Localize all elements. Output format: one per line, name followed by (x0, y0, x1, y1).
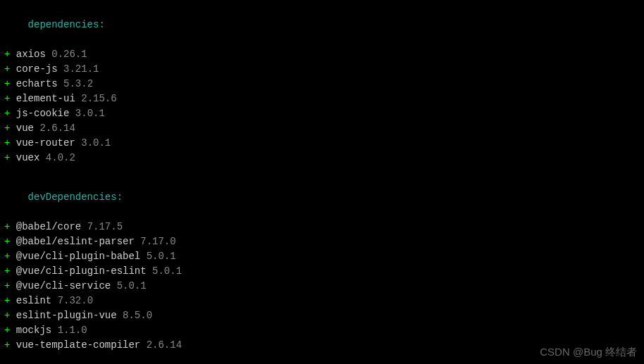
package-version: 3.21.1 (63, 63, 99, 75)
plus-icon: + (4, 63, 10, 75)
package-name: element-ui (16, 93, 75, 104)
package-version: 3.0.1 (81, 137, 111, 149)
package-name: @vue/cli-plugin-babel (16, 251, 140, 262)
package-version: 5.0.1 (117, 280, 147, 291)
package-name: vue-router (16, 137, 75, 149)
package-line: + @babel/core 7.17.5 (4, 220, 640, 234)
package-version: 4.0.2 (46, 152, 75, 163)
package-name: vue (16, 123, 34, 134)
package-line: + eslint 7.32.0 (4, 294, 640, 308)
package-version: 7.32.0 (58, 295, 93, 306)
plus-icon: + (4, 152, 10, 163)
package-name: @babel/core (16, 221, 81, 232)
package-name: echarts (16, 78, 58, 89)
plus-icon: + (4, 236, 10, 247)
package-line: + js-cookie 3.0.1 (4, 106, 640, 121)
package-version: 5.3.2 (63, 78, 93, 89)
plus-icon: + (4, 310, 10, 321)
package-version: 2.15.6 (81, 93, 116, 104)
plus-icon: + (4, 78, 10, 89)
section-label: devDependencies: (28, 192, 123, 203)
package-name: js-cookie (16, 108, 70, 119)
package-line: + vue 2.6.14 (4, 121, 640, 136)
dependencies-header: dependencies: (4, 3, 640, 47)
package-line: + @vue/cli-plugin-eslint 5.0.1 (4, 264, 640, 279)
package-name: mockjs (16, 325, 51, 336)
package-name: eslint (16, 295, 51, 306)
package-version: 8.5.0 (123, 310, 152, 321)
package-version: 5.0.1 (152, 265, 182, 277)
package-name: axios (16, 49, 46, 60)
package-line: + eslint-plugin-vue 8.5.0 (4, 308, 640, 323)
package-name: eslint-plugin-vue (16, 310, 117, 321)
plus-icon: + (4, 325, 10, 336)
plus-icon: + (4, 265, 10, 277)
watermark: CSDN @Bug 终结者 (540, 344, 637, 360)
plus-icon: + (4, 108, 10, 119)
package-name: core-js (16, 63, 58, 75)
package-line: + @vue/cli-service 5.0.1 (4, 279, 640, 294)
package-version: 7.17.5 (87, 221, 123, 232)
package-version: 1.1.0 (58, 325, 87, 336)
package-line: + element-ui 2.15.6 (4, 92, 640, 106)
package-line: + vue-router 3.0.1 (4, 136, 640, 151)
package-name: vue-template-compiler (16, 339, 140, 351)
plus-icon: + (4, 221, 10, 232)
plus-icon: + (4, 339, 10, 351)
package-version: 3.0.1 (75, 108, 105, 119)
package-line: + mockjs 1.1.0 (4, 323, 640, 338)
devdependencies-list: + @babel/core 7.17.5+ @babel/eslint-pars… (4, 220, 640, 353)
package-line: + @babel/eslint-parser 7.17.0 (4, 234, 640, 249)
plus-icon: + (4, 280, 10, 291)
package-name: @babel/eslint-parser (16, 236, 135, 247)
plus-icon: + (4, 295, 10, 306)
terminal-output: dependencies: + axios 0.26.1+ core-js 3.… (4, 3, 640, 364)
plus-icon: + (4, 251, 10, 262)
package-version: 0.26.1 (51, 49, 87, 60)
section-label: dependencies: (28, 19, 105, 30)
package-line: + axios 0.26.1 (4, 47, 640, 62)
devdependencies-header: devDependencies: (4, 175, 640, 220)
package-version: 2.6.14 (39, 123, 75, 134)
package-version: 5.0.1 (147, 251, 176, 262)
plus-icon: + (4, 123, 10, 134)
plus-icon: + (4, 137, 10, 149)
dependencies-list: + axios 0.26.1+ core-js 3.21.1+ echarts … (4, 47, 640, 165)
package-version: 7.17.0 (140, 236, 175, 247)
plus-icon: + (4, 49, 10, 60)
package-name: @vue/cli-service (16, 280, 111, 291)
package-line: + core-js 3.21.1 (4, 62, 640, 77)
spacer (4, 165, 640, 175)
package-line: + @vue/cli-plugin-babel 5.0.1 (4, 249, 640, 264)
package-name: @vue/cli-plugin-eslint (16, 265, 147, 277)
package-version: 2.6.14 (147, 339, 182, 351)
package-line: + echarts 5.3.2 (4, 77, 640, 92)
package-line: + vuex 4.0.2 (4, 151, 640, 165)
package-name: vuex (16, 152, 40, 163)
plus-icon: + (4, 93, 10, 104)
